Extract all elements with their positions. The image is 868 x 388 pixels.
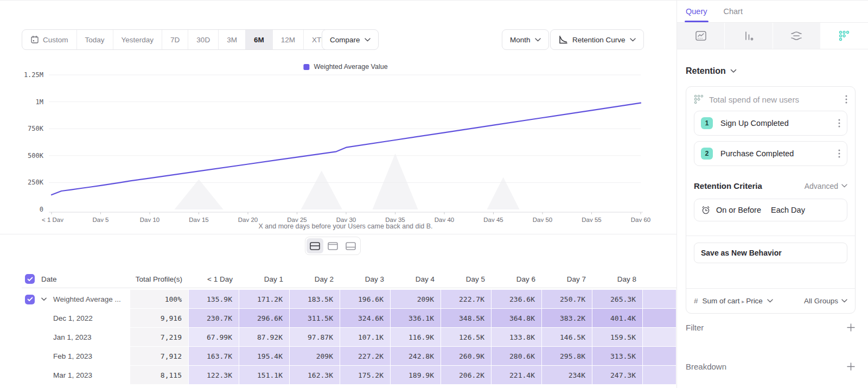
kebab-menu-icon[interactable]	[838, 149, 840, 158]
retention-value-cell[interactable]: 280.6K	[492, 347, 542, 366]
table-row-label[interactable]: Weighted Average ...	[22, 290, 130, 309]
retention-value-cell[interactable]: 383.2K	[542, 309, 592, 328]
retention-value-cell[interactable]: 97.87K	[290, 328, 340, 347]
retention-value-cell[interactable]: 250.7K	[542, 290, 592, 309]
granularity-button[interactable]: Month	[502, 29, 549, 50]
range-option-custom[interactable]: Custom	[22, 30, 77, 49]
retention-value-cell[interactable]: 242.8K	[391, 347, 441, 366]
retention-value-cell[interactable]: 195.4K	[239, 347, 290, 366]
table-row-label[interactable]: Feb 1, 2023	[22, 347, 130, 366]
retention-value-cell[interactable]: 135.9K	[189, 290, 239, 309]
retention-value-cell[interactable]: 67.99K	[189, 328, 239, 347]
retention-value-cell[interactable]: 162.3K	[290, 366, 340, 385]
groups-dropdown[interactable]: All Groups	[804, 297, 847, 305]
retention-value-cell[interactable]: 401.4K	[592, 309, 643, 328]
measure-dropdown[interactable]: Sum of cart ▸ Price	[703, 297, 763, 305]
retention-section-header[interactable]: Retention	[686, 66, 737, 76]
range-option-yesterday[interactable]: Yesterday	[113, 30, 163, 49]
retention-value-cell[interactable]: 133.8K	[492, 328, 542, 347]
chart-type-tab-flows[interactable]	[773, 23, 821, 49]
retention-value-cell[interactable]: 163.7K	[189, 347, 239, 366]
retention-value-cell[interactable]: 209K	[290, 347, 340, 366]
range-option-6m[interactable]: 6M	[246, 30, 273, 49]
chevron-down-icon[interactable]	[767, 299, 773, 303]
kebab-menu-icon[interactable]	[838, 119, 840, 128]
retention-value-cell[interactable]: 227.2K	[340, 347, 391, 366]
save-as-new-behavior-button[interactable]: Save as New Behavior	[694, 243, 847, 263]
retention-value-cell-partial[interactable]	[643, 347, 676, 366]
add-breakdown-button[interactable]	[847, 362, 855, 371]
criteria-mode-label: Advanced	[805, 182, 838, 190]
range-option-7d[interactable]: 7D	[162, 30, 188, 49]
table-row-label[interactable]: Dec 1, 2022	[22, 309, 130, 328]
table-row: Feb 1, 20237,912163.7K195.4K209K227.2K24…	[22, 347, 676, 366]
retention-value-cell[interactable]: 265.3K	[592, 290, 643, 309]
retention-value-cell[interactable]: 175.2K	[340, 366, 391, 385]
retention-value-cell[interactable]: 196.6K	[340, 290, 391, 309]
retention-value-cell[interactable]: 234K	[542, 366, 592, 385]
add-filter-button[interactable]	[847, 323, 855, 332]
retention-value-cell[interactable]: 189.9K	[391, 366, 441, 385]
retention-value-cell[interactable]: 311.5K	[290, 309, 340, 328]
range-option-30d[interactable]: 30D	[188, 30, 219, 49]
retention-value-cell[interactable]: 324.6K	[340, 309, 391, 328]
retention-value-cell[interactable]: 206.2K	[441, 366, 492, 385]
legend-label: Weighted Average Value	[314, 63, 387, 71]
criteria-mode-dropdown[interactable]: Advanced	[805, 182, 847, 190]
range-option-today[interactable]: Today	[77, 30, 113, 49]
chart-type-tab-insights[interactable]	[677, 23, 725, 49]
retention-value-cell[interactable]: 296.6K	[239, 309, 290, 328]
sidebar-tab-query[interactable]: Query	[686, 1, 707, 22]
watermark-triangles	[175, 154, 520, 209]
kebab-menu-icon[interactable]	[845, 95, 847, 104]
table-row-label[interactable]: Jan 1, 2023	[22, 328, 130, 347]
retention-value-cell[interactable]: 230.7K	[189, 309, 239, 328]
timing-criteria-row[interactable]: On or Before Each Day	[694, 199, 847, 221]
weighted-average-line[interactable]	[52, 103, 641, 195]
retention-value-cell[interactable]: 151.1K	[239, 366, 290, 385]
total-profiles-cell: 8,115	[130, 366, 189, 385]
retention-value-cell[interactable]: 183.5K	[290, 290, 340, 309]
retention-value-cell-partial[interactable]	[643, 328, 676, 347]
retention-value-cell-partial[interactable]	[643, 366, 676, 385]
retention-value-cell[interactable]: 146.5K	[542, 328, 592, 347]
retention-value-cell[interactable]: 247.3K	[592, 366, 643, 385]
retention-value-cell[interactable]: 295.8K	[542, 347, 592, 366]
compare-button[interactable]: Compare	[322, 29, 379, 50]
retention-value-cell[interactable]: 364.8K	[492, 309, 542, 328]
retention-value-cell-partial[interactable]	[643, 290, 676, 309]
event-row-1[interactable]: 1 Sign Up Completed	[694, 111, 847, 136]
retention-value-cell[interactable]: 336.1K	[391, 309, 441, 328]
retention-value-cell[interactable]: 126.5K	[441, 328, 492, 347]
retention-value-cell[interactable]: 116.9K	[391, 328, 441, 347]
retention-value-cell[interactable]: 222.7K	[441, 290, 492, 309]
retention-value-cell[interactable]: 348.5K	[441, 309, 492, 328]
retention-value-cell[interactable]: 236.6K	[492, 290, 542, 309]
retention-value-cell[interactable]: 107.1K	[340, 328, 391, 347]
layout-toggle-bottom[interactable]	[342, 238, 359, 253]
retention-value-cell[interactable]: 209K	[391, 290, 441, 309]
chart-type-tab-retention[interactable]	[821, 23, 868, 49]
retention-value-cell[interactable]: 260.9K	[441, 347, 492, 366]
chart-type-tab-funnels[interactable]	[725, 23, 773, 49]
retention-value-cell[interactable]: 159.5K	[592, 328, 643, 347]
sidebar-tab-chart[interactable]: Chart	[724, 1, 743, 22]
retention-value-cell[interactable]: 221.4K	[492, 366, 542, 385]
layout-toggle-split[interactable]	[307, 238, 323, 253]
retention-value-cell[interactable]: 122.3K	[189, 366, 239, 385]
retention-value-cell[interactable]: 313.5K	[592, 347, 643, 366]
retention-value-cell[interactable]: 171.2K	[239, 290, 290, 309]
chevron-down-icon[interactable]	[41, 297, 47, 301]
x-axis-tick-label: Day 20	[238, 217, 258, 222]
select-all-checkbox[interactable]	[25, 274, 35, 284]
chart-type-button[interactable]: Retention Curve	[550, 29, 644, 50]
event-row-2[interactable]: 2 Purchase Completed	[694, 141, 847, 166]
layout-toggle-top[interactable]	[324, 238, 341, 253]
chart-legend[interactable]: Weighted Average Value	[303, 63, 387, 71]
range-option-12m[interactable]: 12M	[273, 30, 304, 49]
range-option-3m[interactable]: 3M	[219, 30, 246, 49]
retention-value-cell[interactable]: 87.92K	[239, 328, 290, 347]
row-checkbox[interactable]	[25, 295, 35, 304]
retention-value-cell-partial[interactable]	[643, 309, 676, 328]
table-row-label[interactable]: Mar 1, 2023	[22, 366, 130, 385]
